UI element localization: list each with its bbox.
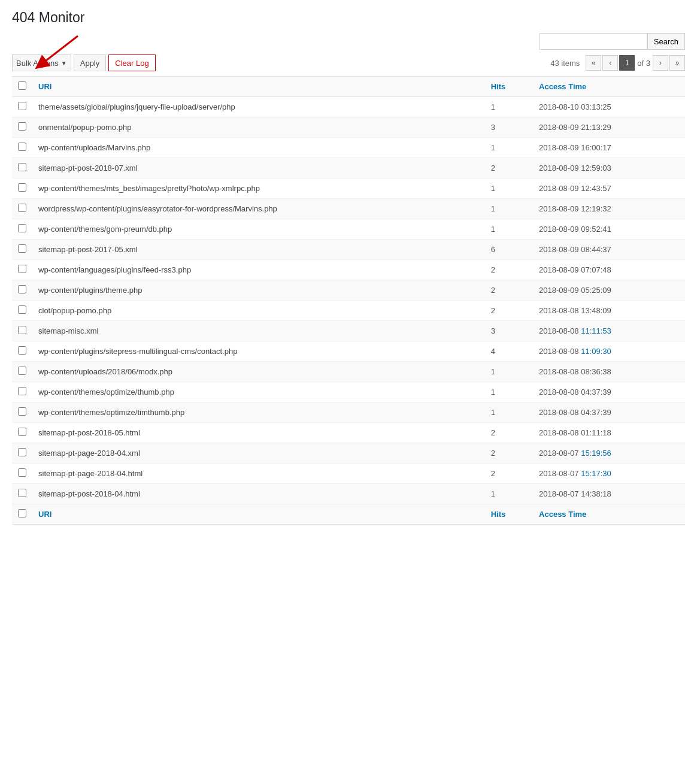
row-checkbox-cell: [12, 443, 32, 464]
header-hits[interactable]: Hits: [485, 77, 533, 97]
row-access-time: 2018-08-09 16:00:17: [533, 138, 685, 158]
row-checkbox[interactable]: [18, 122, 26, 131]
row-checkbox-cell: [12, 301, 32, 321]
row-checkbox[interactable]: [18, 448, 26, 456]
access-date-part: 2018-08-07: [539, 449, 581, 458]
select-all-footer-checkbox[interactable]: [18, 509, 26, 517]
row-uri: wp-content/themes/optimize/thumb.php: [32, 382, 485, 402]
table-row: wp-content/languages/plugins/feed-rss3.p…: [12, 260, 685, 280]
access-date-part: 2018-08-08: [539, 326, 581, 335]
row-hits: 4: [485, 341, 533, 362]
action-bar: Bulk Actions ▼ Apply Clear Log 43 items …: [12, 55, 685, 71]
row-access-time: 2018-08-09 08:44:37: [533, 240, 685, 260]
row-access-time: 2018-08-09 21:13:29: [533, 117, 685, 138]
first-page-button[interactable]: «: [586, 55, 601, 71]
row-checkbox[interactable]: [18, 326, 26, 334]
row-checkbox[interactable]: [18, 183, 26, 192]
search-button[interactable]: Search: [647, 33, 685, 50]
header-cb: [12, 77, 32, 97]
row-access-time: 2018-08-09 12:43:57: [533, 178, 685, 199]
row-checkbox[interactable]: [18, 204, 26, 212]
row-checkbox-cell: [12, 280, 32, 301]
row-uri: sitemap-pt-post-2018-05.html: [32, 423, 485, 443]
row-access-time: 2018-08-07 15:17:30: [533, 464, 685, 484]
log-table-wrap: URI Hits Access Time theme/assets/global…: [12, 76, 685, 525]
search-input[interactable]: [540, 33, 647, 50]
header-uri[interactable]: URI: [32, 77, 485, 97]
table-row: sitemap-misc.xml32018-08-08 11:11:53: [12, 321, 685, 341]
table-footer-row: URI Hits Access Time: [12, 504, 685, 525]
row-checkbox[interactable]: [18, 265, 26, 273]
row-checkbox[interactable]: [18, 407, 26, 416]
row-checkbox[interactable]: [18, 244, 26, 253]
row-checkbox-cell: [12, 240, 32, 260]
row-checkbox[interactable]: [18, 428, 26, 436]
access-time-link[interactable]: 15:19:56: [581, 449, 611, 458]
current-page-button[interactable]: 1: [619, 55, 635, 71]
access-time-link[interactable]: 15:17:30: [581, 469, 611, 478]
row-hits: 2: [485, 464, 533, 484]
row-checkbox[interactable]: [18, 143, 26, 151]
access-time-link[interactable]: 11:11:53: [581, 326, 611, 335]
row-checkbox-cell: [12, 423, 32, 443]
row-uri: sitemap-pt-page-2018-04.xml: [32, 443, 485, 464]
table-row: theme/assets/global/plugins/jquery-file-…: [12, 97, 685, 117]
row-checkbox[interactable]: [18, 387, 26, 395]
row-checkbox[interactable]: [18, 489, 26, 497]
table-row: sitemap-pt-post-2018-05.html22018-08-08 …: [12, 423, 685, 443]
row-access-time: 2018-08-09 12:59:03: [533, 158, 685, 178]
access-time-link[interactable]: 11:09:30: [581, 347, 611, 356]
table-row: sitemap-pt-post-2017-05.xml62018-08-09 0…: [12, 240, 685, 260]
row-hits: 3: [485, 321, 533, 341]
table-row: wp-content/plugins/sitepress-multilingua…: [12, 341, 685, 362]
row-checkbox[interactable]: [18, 346, 26, 355]
row-checkbox[interactable]: [18, 102, 26, 110]
row-hits: 1: [485, 402, 533, 423]
row-access-time: 2018-08-08 11:11:53: [533, 321, 685, 341]
table-row: wp-content/uploads/Marvins.php12018-08-0…: [12, 138, 685, 158]
row-checkbox[interactable]: [18, 224, 26, 232]
row-uri: sitemap-pt-page-2018-04.html: [32, 464, 485, 484]
footer-access-time[interactable]: Access Time: [533, 504, 685, 525]
row-access-time: 2018-08-08 01:11:18: [533, 423, 685, 443]
row-uri: theme/assets/global/plugins/jquery-file-…: [32, 97, 485, 117]
prev-page-button[interactable]: ‹: [602, 55, 618, 71]
chevron-down-icon: ▼: [61, 60, 67, 66]
row-access-time: 2018-08-09 12:19:32: [533, 199, 685, 219]
page-title: 404 Monitor: [12, 10, 685, 26]
table-row: wp-content/themes/optimize/thumb.php1201…: [12, 382, 685, 402]
action-bar-right: 43 items « ‹ 1 of 3 › »: [550, 55, 685, 71]
table-row: wordpress/wp-content/plugins/easyrotator…: [12, 199, 685, 219]
select-all-checkbox[interactable]: [18, 81, 26, 90]
access-date-part: 2018-08-08: [539, 347, 581, 356]
row-hits: 2: [485, 443, 533, 464]
footer-uri[interactable]: URI: [32, 504, 485, 525]
last-page-button[interactable]: »: [669, 55, 685, 71]
row-checkbox[interactable]: [18, 285, 26, 293]
bulk-actions-dropdown[interactable]: Bulk Actions ▼: [12, 55, 71, 71]
row-checkbox-cell: [12, 97, 32, 117]
apply-button[interactable]: Apply: [74, 55, 107, 71]
row-checkbox[interactable]: [18, 163, 26, 171]
row-hits: 2: [485, 301, 533, 321]
row-hits: 1: [485, 382, 533, 402]
row-checkbox[interactable]: [18, 367, 26, 375]
table-row: clot/popup-pomo.php22018-08-08 13:48:09: [12, 301, 685, 321]
row-checkbox[interactable]: [18, 305, 26, 314]
table-row: wp-content/plugins/theme.php22018-08-09 …: [12, 280, 685, 301]
clear-log-button[interactable]: Clear Log: [108, 55, 155, 71]
footer-hits[interactable]: Hits: [485, 504, 533, 525]
bulk-actions-label: Bulk Actions: [16, 59, 59, 68]
header-access-time[interactable]: Access Time: [533, 77, 685, 97]
row-checkbox-cell: [12, 341, 32, 362]
row-checkbox-cell: [12, 260, 32, 280]
table-row: onmental/popup-pomo.php32018-08-09 21:13…: [12, 117, 685, 138]
row-access-time: 2018-08-10 03:13:25: [533, 97, 685, 117]
row-uri: sitemap-pt-post-2018-04.html: [32, 484, 485, 504]
row-hits: 1: [485, 484, 533, 504]
row-hits: 2: [485, 423, 533, 443]
row-access-time: 2018-08-09 09:52:41: [533, 219, 685, 240]
row-uri: wp-content/languages/plugins/feed-rss3.p…: [32, 260, 485, 280]
row-checkbox[interactable]: [18, 468, 26, 477]
next-page-button[interactable]: ›: [653, 55, 668, 71]
